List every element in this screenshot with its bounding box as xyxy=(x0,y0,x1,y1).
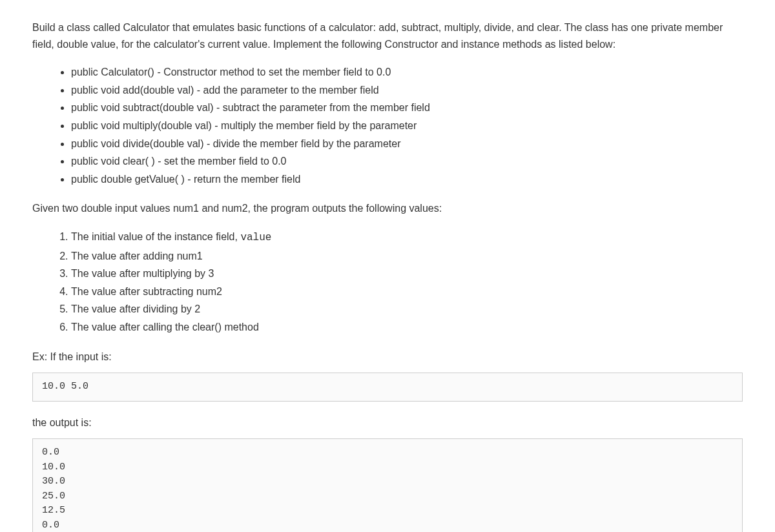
inline-code: value xyxy=(240,232,271,243)
output-code-block: 0.0 10.0 30.0 25.0 12.5 0.0 xyxy=(32,438,743,532)
input-code-block: 10.0 5.0 xyxy=(32,373,743,402)
list-item: public void multiply(double val) - multi… xyxy=(71,118,743,134)
output-label: the output is: xyxy=(32,414,743,431)
list-item: The value after multiplying by 3 xyxy=(71,265,743,282)
list-item: public Calculator() - Constructor method… xyxy=(71,64,743,81)
list-item: public void add(double val) - add the pa… xyxy=(71,82,743,99)
list-item: public void clear( ) - set the member fi… xyxy=(71,153,743,170)
list-item: The value after subtracting num2 xyxy=(71,283,743,300)
output-steps-list: The initial value of the instance field,… xyxy=(32,229,743,336)
list-item: public void divide(double val) - divide … xyxy=(71,136,743,152)
list-item: The value after dividing by 2 xyxy=(71,301,743,318)
methods-list: public Calculator() - Constructor method… xyxy=(32,64,743,187)
list-item: public double getValue( ) - return the m… xyxy=(71,171,743,188)
step-text: The initial value of the instance field, xyxy=(71,231,240,242)
list-item: public void subtract(double val) - subtr… xyxy=(71,99,743,116)
example-input-label: Ex: If the input is: xyxy=(32,349,743,365)
list-item: The value after calling the clear() meth… xyxy=(71,319,743,336)
mid-paragraph: Given two double input values num1 and n… xyxy=(32,200,743,217)
list-item: The initial value of the instance field,… xyxy=(71,229,743,247)
list-item: The value after adding num1 xyxy=(71,248,743,265)
intro-paragraph: Build a class called Calculator that emu… xyxy=(32,19,743,52)
